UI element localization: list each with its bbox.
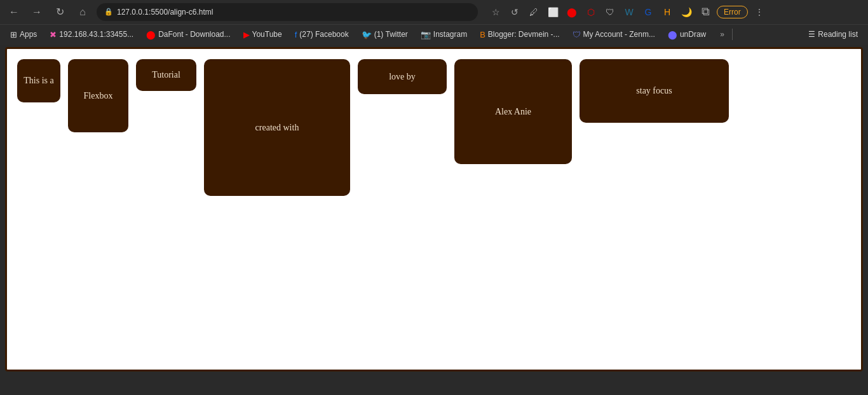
local-icon: ✖ xyxy=(50,30,57,39)
back-button[interactable]: ← xyxy=(5,3,23,21)
box-stay-focus: stay focus xyxy=(580,59,729,123)
dark-reader-icon[interactable]: 🌙 xyxy=(679,4,694,20)
screenshot-icon[interactable]: ⬜ xyxy=(545,4,560,20)
facebook-icon: f xyxy=(295,30,297,39)
refresh-button[interactable]: ↻ xyxy=(51,3,69,21)
box-created-with: created with xyxy=(204,59,350,196)
more-bookmarks-button[interactable]: » xyxy=(716,29,728,40)
wp-icon[interactable]: W xyxy=(621,4,637,20)
reading-list-button[interactable]: ☰ Reading list xyxy=(803,29,863,40)
bookmark-youtube[interactable]: ▶ YouTube xyxy=(238,29,287,41)
bookmark-apps[interactable]: ⊞ Apps xyxy=(5,29,42,41)
reading-list-label: Reading list xyxy=(818,30,858,39)
lastpass-icon[interactable]: ⬤ xyxy=(564,4,580,20)
bookmark-dafont[interactable]: ⬤ DaFont - Download... xyxy=(141,29,235,41)
bookmark-twitter-label: (1) Twitter xyxy=(374,30,408,39)
history-icon[interactable]: ↺ xyxy=(507,4,522,20)
error-button[interactable]: Error xyxy=(717,6,748,18)
box-tutorial: Tutorial xyxy=(136,59,196,91)
bookmark-local-label: 192.168.43.1:33455... xyxy=(59,30,133,39)
honey-icon[interactable]: H xyxy=(660,4,675,20)
toolbar-right: ☆ ↺ 🖊 ⬜ ⬤ ⬡ 🛡 W G H 🌙 ⧉ Error ⋮ xyxy=(488,4,767,20)
bookmarks-bar: ⊞ Apps ✖ 192.168.43.1:33455... ⬤ DaFont … xyxy=(0,24,868,45)
lock-icon: 🔒 xyxy=(104,8,113,16)
bookmark-zenm[interactable]: 🛡 My Account - Zenm... xyxy=(567,29,660,41)
bookmark-twitter[interactable]: 🐦 (1) Twitter xyxy=(356,29,413,41)
bookmark-apps-label: Apps xyxy=(20,30,37,39)
menu-icon[interactable]: ⋮ xyxy=(752,4,767,20)
twitter-icon: 🐦 xyxy=(362,30,372,39)
blogger-icon: B xyxy=(480,30,485,39)
undraw-icon: ⬤ xyxy=(668,30,677,39)
bookmark-undraw[interactable]: ⬤ unDraw xyxy=(663,29,711,41)
feather-icon[interactable]: 🖊 xyxy=(526,4,541,20)
bookmark-zenm-label: My Account - Zenm... xyxy=(583,30,655,39)
page-content: This is a Flexbox Tutorial created with … xyxy=(5,47,863,371)
bookmark-dafont-label: DaFont - Download... xyxy=(158,30,230,39)
box-flexbox: Flexbox xyxy=(68,59,128,132)
dafont-icon: ⬤ xyxy=(146,30,156,39)
bookmark-undraw-label: unDraw xyxy=(680,30,706,39)
address-bar[interactable]: 🔒 127.0.0.1:5500/align-c6.html xyxy=(97,3,478,21)
pocket-icon[interactable]: ⬡ xyxy=(583,4,599,20)
bookmark-local[interactable]: ✖ 192.168.43.1:33455... xyxy=(44,29,139,41)
box-alex-anie: Alex Anie xyxy=(454,59,572,164)
zenm-icon: 🛡 xyxy=(573,30,581,39)
bookmark-facebook[interactable]: f (27) Facebook xyxy=(290,29,354,41)
home-button[interactable]: ⌂ xyxy=(74,3,92,21)
box-this-is-a: This is a xyxy=(17,59,60,102)
ublock-icon[interactable]: 🛡 xyxy=(602,4,618,20)
instagram-icon: 📷 xyxy=(421,30,431,39)
bookmarks-separator xyxy=(732,29,733,40)
extensions-icon[interactable]: ⧉ xyxy=(698,4,713,20)
box-love-by: love by xyxy=(358,59,447,94)
forward-button[interactable]: → xyxy=(28,3,46,21)
bookmark-instagram-label: Instagram xyxy=(433,30,467,39)
tab-bar: ← → ↻ ⌂ 🔒 127.0.0.1:5500/align-c6.html ☆… xyxy=(0,0,868,24)
youtube-icon: ▶ xyxy=(243,30,250,39)
browser-chrome: ← → ↻ ⌂ 🔒 127.0.0.1:5500/align-c6.html ☆… xyxy=(0,0,868,45)
bookmark-youtube-label: YouTube xyxy=(252,30,282,39)
apps-icon: ⊞ xyxy=(10,30,17,39)
bookmark-instagram[interactable]: 📷 Instagram xyxy=(416,29,472,41)
grammarly-icon[interactable]: G xyxy=(641,4,656,20)
bookmark-facebook-label: (27) Facebook xyxy=(299,30,348,39)
reading-list-icon: ☰ xyxy=(808,30,815,39)
bookmark-blogger[interactable]: B Blogger: Devmein -... xyxy=(475,29,564,41)
bookmark-star-icon[interactable]: ☆ xyxy=(488,4,503,20)
bookmark-blogger-label: Blogger: Devmein -... xyxy=(488,30,560,39)
url-text: 127.0.0.1:5500/align-c6.html xyxy=(117,8,213,17)
